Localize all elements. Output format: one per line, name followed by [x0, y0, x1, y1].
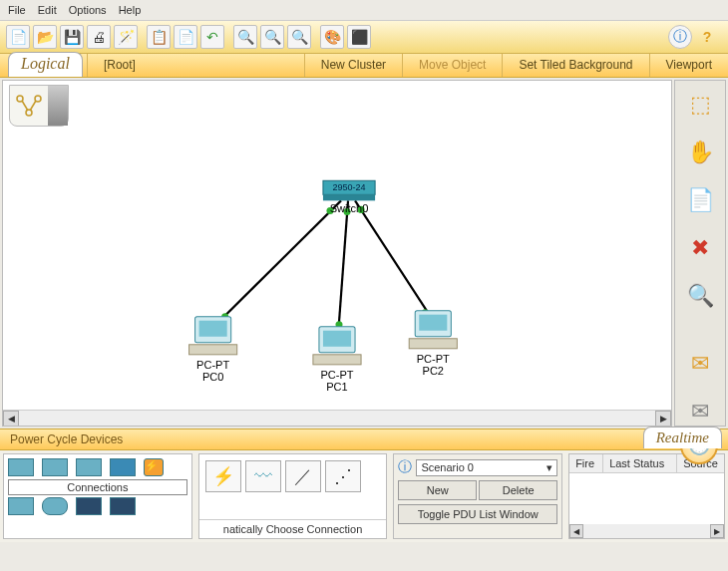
menu-options[interactable]: Options: [69, 4, 107, 16]
realtime-tab[interactable]: Realtime: [643, 427, 722, 448]
menu-edit[interactable]: Edit: [38, 4, 57, 16]
wizard-button[interactable]: 🪄: [114, 25, 138, 49]
auto-choose-label: natically Choose Connection: [199, 519, 387, 538]
svg-text:PC-PT: PC-PT: [417, 353, 450, 365]
custom-category-icon[interactable]: [76, 497, 102, 515]
svg-text:PC0: PC0: [202, 371, 223, 383]
inspect-tool[interactable]: 🔍: [683, 282, 717, 310]
chevron-down-icon: ▾: [546, 461, 552, 474]
topology-canvas[interactable]: 2950-24 Switch0 PC-PT PC0 PC-PT PC1: [2, 80, 672, 427]
ev-scroll-right-icon[interactable]: ▶: [710, 524, 724, 538]
multiuser-category-icon[interactable]: [110, 497, 136, 515]
set-background-button[interactable]: Set Tiled Background: [502, 54, 648, 77]
power-cycle-button[interactable]: Power Cycle Devices: [0, 429, 133, 449]
workspace: 2950-24 Switch0 PC-PT PC0 PC-PT PC1: [0, 78, 728, 428]
zoom-in-button[interactable]: 🔍: [233, 25, 257, 49]
svg-line-6: [338, 200, 348, 335]
event-scrollbar[interactable]: ◀ ▶: [569, 524, 724, 538]
svg-text:PC-PT: PC-PT: [196, 359, 229, 371]
connections-category-icon[interactable]: ⚡: [144, 458, 164, 476]
info-button[interactable]: ⓘ: [668, 25, 692, 49]
svg-rect-24: [323, 331, 351, 347]
main-toolbar: 📄 📂 💾 🖨 🪄 📋 📄 ↶ 🔍 🔍 🔍 🎨 ⬛ ⓘ ?: [0, 21, 728, 54]
bottom-panel: ⚡ Connections ⚡ 〰 ／ ⋰ natically Choose C…: [0, 450, 728, 542]
col-fire[interactable]: Fire: [569, 454, 603, 472]
scenario-panel: ⓘ Scenario 0 ▾ New Delete Toggle PDU Lis…: [393, 453, 562, 539]
svg-text:Switch0: Switch0: [330, 202, 369, 214]
device-pc1[interactable]: PC-PT PC1: [313, 327, 361, 393]
logical-tab[interactable]: Logical: [8, 52, 83, 77]
open-button[interactable]: 📂: [33, 25, 57, 49]
device-type-palette: ⚡ Connections: [3, 453, 192, 539]
viewport-button[interactable]: Viewport: [649, 54, 728, 77]
new-cluster-button[interactable]: New Cluster: [304, 54, 402, 77]
info-icon[interactable]: ⓘ: [398, 458, 412, 476]
cross-cable-icon[interactable]: ⋰: [325, 460, 361, 492]
connection-palette: ⚡ 〰 ／ ⋰ natically Choose Connection: [198, 453, 388, 539]
menu-bar: File Edit Options Help: [0, 0, 728, 21]
svg-line-5: [215, 200, 341, 325]
straight-cable-icon[interactable]: ／: [285, 460, 321, 492]
device-switch[interactable]: 2950-24 Switch0: [323, 180, 375, 214]
workspace-nav: Logical [Root] New Cluster Move Object S…: [0, 54, 728, 78]
scenario-select[interactable]: Scenario 0 ▾: [416, 459, 557, 476]
wan-category-icon[interactable]: [42, 497, 68, 515]
save-button[interactable]: 💾: [60, 25, 84, 49]
new-file-button[interactable]: 📄: [6, 25, 30, 49]
help-button[interactable]: ?: [695, 25, 719, 49]
custom-devices-button[interactable]: ⬛: [347, 25, 371, 49]
scroll-left-icon[interactable]: ◀: [3, 411, 19, 427]
svg-text:PC-PT: PC-PT: [320, 369, 353, 381]
svg-rect-20: [189, 345, 237, 355]
ev-scroll-left-icon[interactable]: ◀: [569, 524, 583, 538]
copy-button[interactable]: 📋: [147, 25, 171, 49]
scroll-right-icon[interactable]: ▶: [655, 411, 671, 427]
undo-button[interactable]: ↶: [200, 25, 224, 49]
svg-rect-30: [409, 339, 457, 349]
canvas-scrollbar[interactable]: ◀ ▶: [3, 410, 671, 426]
device-pc2[interactable]: PC-PT PC2: [409, 311, 457, 377]
device-pc0[interactable]: PC-PT PC0: [189, 317, 237, 383]
mode-bar: Power Cycle Devices Realtime: [0, 428, 728, 450]
col-last-status[interactable]: Last Status: [603, 454, 677, 472]
console-cable-icon[interactable]: 〰: [245, 460, 281, 492]
paste-button[interactable]: 📄: [174, 25, 197, 49]
category-label: Connections: [8, 479, 187, 495]
draw-palette-button[interactable]: 🎨: [320, 25, 344, 49]
root-nav[interactable]: [Root]: [87, 54, 152, 77]
router-category-icon[interactable]: [8, 458, 34, 476]
print-button[interactable]: 🖨: [87, 25, 111, 49]
scenario-new-button[interactable]: New: [398, 480, 477, 500]
menu-file[interactable]: File: [8, 4, 26, 16]
pdu-event-list: Fire Last Status Source ◀ ▶: [568, 453, 725, 539]
svg-rect-29: [419, 315, 447, 331]
delete-tool[interactable]: ✖: [683, 234, 717, 262]
svg-text:PC1: PC1: [326, 381, 347, 393]
toggle-pdu-list-button[interactable]: Toggle PDU List Window: [398, 504, 557, 524]
move-tool[interactable]: ✋: [683, 139, 717, 166]
svg-line-7: [355, 200, 433, 320]
svg-rect-19: [199, 321, 227, 337]
complex-pdu-tool[interactable]: ✉: [683, 398, 717, 426]
switch-category-icon[interactable]: [42, 458, 68, 476]
scenario-delete-button[interactable]: Delete: [479, 480, 557, 500]
enddevice-category-icon[interactable]: [8, 497, 34, 515]
svg-text:2950-24: 2950-24: [332, 182, 365, 192]
note-tool[interactable]: 📄: [683, 186, 717, 214]
scenario-current: Scenario 0: [421, 461, 474, 474]
svg-rect-15: [323, 194, 375, 200]
zoom-reset-button[interactable]: 🔍: [260, 25, 284, 49]
right-toolbar: ⬚ ✋ 📄 ✖ 🔍 ✉ ✉: [674, 80, 726, 427]
select-tool[interactable]: ⬚: [683, 91, 717, 119]
move-object-button[interactable]: Move Object: [402, 54, 502, 77]
topology-svg: 2950-24 Switch0 PC-PT PC0 PC-PT PC1: [3, 81, 671, 427]
svg-rect-25: [313, 355, 361, 365]
hub-category-icon[interactable]: [76, 458, 102, 476]
auto-cable-icon[interactable]: ⚡: [205, 460, 241, 492]
wireless-category-icon[interactable]: [110, 458, 136, 476]
simple-pdu-tool[interactable]: ✉: [683, 350, 717, 378]
svg-text:PC2: PC2: [423, 365, 444, 377]
zoom-out-button[interactable]: 🔍: [287, 25, 311, 49]
menu-help[interactable]: Help: [119, 4, 142, 16]
